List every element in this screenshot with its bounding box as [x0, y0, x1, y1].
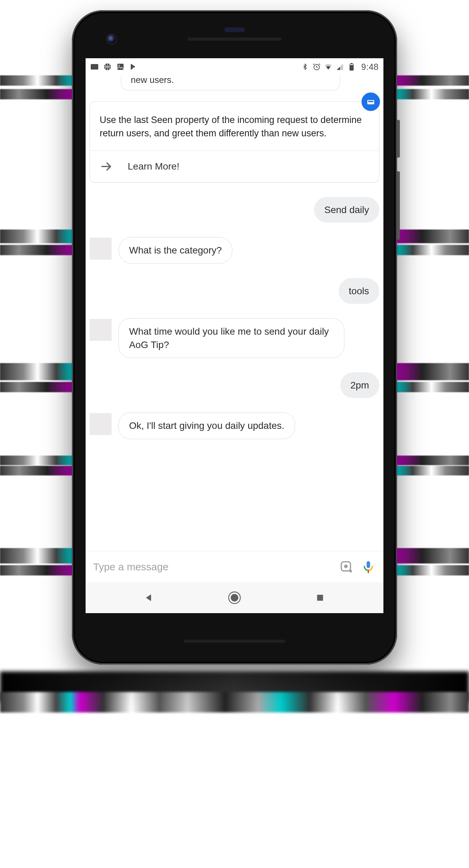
- status-bar: 9:48: [86, 58, 383, 75]
- learn-more-label: Learn More!: [128, 161, 179, 172]
- svg-point-13: [350, 570, 352, 572]
- svg-point-12: [344, 565, 348, 568]
- bluetooth-icon: [301, 63, 309, 71]
- alarm-icon: [313, 63, 321, 71]
- svg-point-4: [118, 65, 120, 66]
- lens-icon[interactable]: [339, 559, 354, 574]
- message-input[interactable]: [93, 561, 332, 573]
- message-row-bot: Ok, I'll start giving you daily updates.: [90, 412, 379, 439]
- tip-card-group: new users. Use the last Seen property of…: [90, 75, 379, 183]
- photo-icon: [116, 63, 125, 71]
- cast-icon: [90, 63, 99, 71]
- basketball-icon: [103, 63, 112, 71]
- previous-card-peek: new users.: [121, 75, 340, 90]
- screen: 9:48 new users. Use the last Seen proper…: [86, 58, 383, 613]
- cell-signal-icon: [336, 63, 344, 71]
- message-row-bot: What is the category?: [90, 237, 379, 263]
- learn-more-button[interactable]: Learn More!: [90, 150, 379, 182]
- svg-rect-14: [367, 561, 370, 568]
- bot-avatar-placeholder: [90, 413, 112, 435]
- chat-scroll-area[interactable]: new users. Use the last Seen property of…: [86, 75, 383, 551]
- play-check-icon: [129, 63, 138, 71]
- arrow-right-icon: [100, 160, 113, 173]
- android-nav-bar: [86, 582, 383, 613]
- bot-message[interactable]: Ok, I'll start giving you daily updates.: [118, 412, 295, 439]
- bot-message[interactable]: What time would you like me to send your…: [118, 318, 344, 358]
- svg-rect-7: [351, 63, 353, 64]
- svg-rect-10: [368, 101, 373, 102]
- tip-card[interactable]: Use the last Seen property of the incomi…: [90, 101, 379, 183]
- message-row-user: tools: [90, 278, 379, 304]
- mic-icon[interactable]: [361, 559, 376, 574]
- nav-recents-button[interactable]: [313, 591, 327, 605]
- compose-bar: [86, 551, 383, 582]
- bot-avatar-placeholder: [90, 238, 112, 260]
- message-row-user: 2pm: [90, 372, 379, 398]
- message-row-bot: What time would you like me to send your…: [90, 318, 379, 358]
- svg-rect-18: [317, 595, 323, 600]
- bot-avatar-placeholder: [90, 319, 112, 341]
- user-message[interactable]: Send daily: [314, 197, 379, 223]
- user-message[interactable]: tools: [339, 278, 379, 304]
- svg-rect-1: [92, 65, 97, 69]
- svg-rect-8: [350, 64, 354, 65]
- svg-point-17: [231, 594, 238, 602]
- battery-icon: [347, 63, 356, 71]
- phone-frame: 9:48 new users. Use the last Seen proper…: [72, 10, 397, 665]
- nav-home-button[interactable]: [227, 591, 242, 605]
- svg-rect-3: [117, 64, 124, 70]
- tip-card-body: Use the last Seen property of the incomi…: [90, 102, 379, 150]
- nav-back-button[interactable]: [142, 591, 156, 605]
- wifi-icon: [324, 63, 332, 71]
- bot-message[interactable]: What is the category?: [118, 237, 232, 263]
- app-badge-icon: [360, 91, 381, 112]
- user-message[interactable]: 2pm: [340, 372, 379, 398]
- message-row-user: Send daily: [90, 197, 379, 223]
- status-time: 9:48: [361, 62, 379, 72]
